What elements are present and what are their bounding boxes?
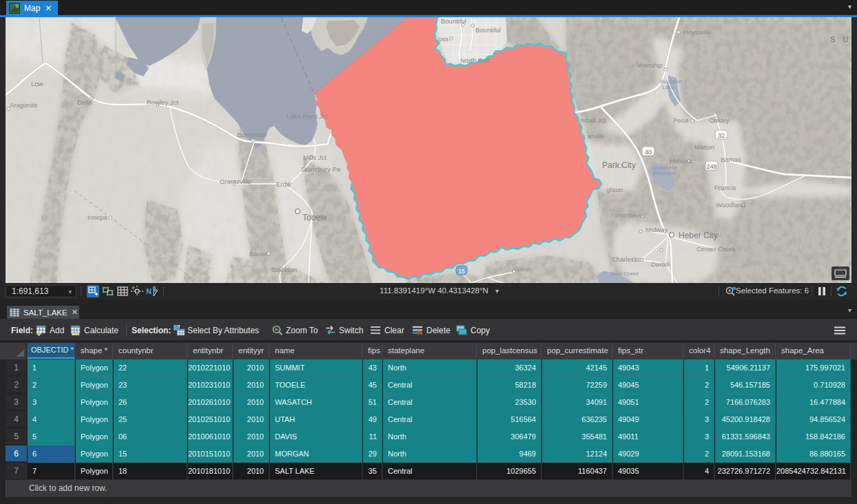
svg-text:Lake Point Jct: Lake Point Jct: [287, 112, 328, 120]
svg-text:Iosepa: Iosepa: [87, 213, 107, 221]
svg-text:Oakley: Oakley: [709, 116, 730, 124]
svg-text:Charleston: Charleston: [612, 255, 643, 263]
svg-text:Interlaken: Interlaken: [615, 211, 644, 219]
svg-text:Park City: Park City: [602, 160, 636, 170]
svg-text:Stansbury Pa: Stansbury Pa: [301, 165, 341, 173]
svg-text:248: 248: [706, 163, 716, 170]
svg-text:15: 15: [458, 268, 465, 275]
svg-text:N: N: [146, 287, 152, 295]
svg-text:Kamas: Kamas: [721, 156, 741, 163]
svg-text:Lake: Lake: [662, 84, 674, 90]
svg-text:oss: oss: [438, 35, 448, 43]
svg-text:Bountiful: Bountiful: [441, 17, 466, 25]
svg-text:S U: S U: [830, 35, 851, 43]
svg-text:Mills Jct: Mills Jct: [303, 154, 327, 161]
svg-text:Hideout: Hideout: [670, 157, 692, 165]
svg-text:North Salt: North Salt: [460, 56, 490, 64]
svg-text:Woodland: Woodland: [716, 201, 745, 209]
svg-text:40: 40: [645, 149, 652, 156]
svg-text:Francis: Francis: [714, 184, 736, 191]
svg-text:Center Creek: Center Creek: [696, 245, 736, 253]
svg-text:Reservoir: Reservoir: [653, 170, 677, 176]
svg-text:Peoa: Peoa: [673, 116, 689, 124]
svg-text:Tooele: Tooele: [302, 213, 327, 222]
svg-text:Bountiful: Bountiful: [475, 26, 501, 34]
svg-text:Heber City: Heber City: [679, 231, 718, 240]
svg-text:32: 32: [718, 132, 725, 139]
svg-text:Deer Creek: Deer Creek: [610, 271, 639, 277]
svg-text:Stockton: Stockton: [271, 266, 297, 273]
svg-text:Hoytsville: Hoytsville: [683, 28, 712, 36]
svg-text:ghton: ghton: [606, 186, 623, 193]
svg-text:Bauer: Bauer: [249, 250, 267, 258]
svg-text:Marion: Marion: [694, 143, 714, 151]
svg-text:Rowley Jct: Rowley Jct: [147, 98, 178, 106]
svg-text:Alpine: Alpine: [512, 265, 530, 273]
svg-text:Wanship: Wanship: [637, 61, 663, 69]
svg-text:Aragonite: Aragonite: [10, 101, 38, 109]
svg-text:Low: Low: [31, 80, 43, 87]
svg-text:Burmester: Burmester: [237, 131, 267, 138]
svg-text:Midway: Midway: [646, 226, 668, 233]
svg-text:mball Jct: mball Jct: [580, 116, 606, 124]
svg-text:Erda: Erda: [276, 180, 291, 188]
svg-text:Daniel: Daniel: [651, 260, 670, 268]
svg-text:Delle: Delle: [77, 98, 92, 106]
svg-text:erville: erville: [588, 132, 605, 140]
svg-text:Grantsville: Grantsville: [220, 178, 251, 185]
